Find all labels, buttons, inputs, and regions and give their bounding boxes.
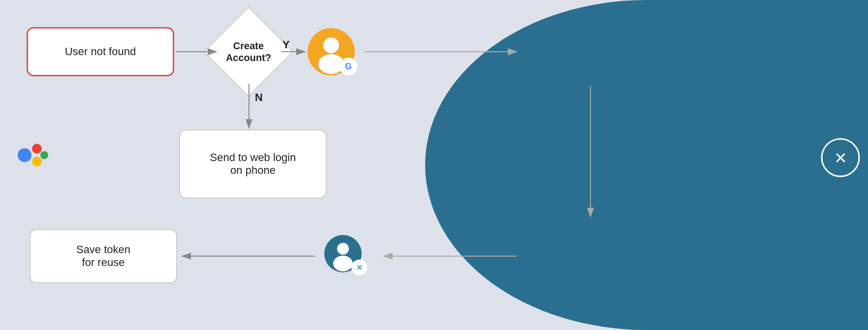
send-to-web-label: Send to web login on phone: [210, 151, 296, 177]
user-not-found-label: User not found: [65, 45, 136, 58]
svg-point-14: [18, 148, 31, 162]
save-token-node: Save token for reuse: [30, 229, 177, 283]
google-assistant-icon: [10, 133, 54, 177]
yes-label: Y: [282, 38, 290, 51]
create-account-diamond: Create Account?: [217, 20, 280, 84]
svg-text:G: G: [345, 62, 352, 71]
svg-point-17: [40, 151, 48, 159]
svg-point-20: [333, 256, 353, 271]
svg-point-16: [32, 157, 42, 166]
foodbot-right-icon: ✕: [821, 138, 860, 177]
no-text: N: [255, 91, 263, 103]
no-label: N: [255, 91, 263, 104]
svg-point-15: [32, 144, 42, 154]
user-not-found-node: User not found: [27, 27, 174, 76]
google-user-icon: G: [304, 25, 358, 79]
svg-point-10: [323, 37, 339, 53]
svg-text:✕: ✕: [356, 264, 363, 272]
background-right: [425, 0, 868, 330]
send-to-web-node: Send to web login on phone: [179, 130, 327, 198]
foodbot-user-icon: ✕: [317, 234, 372, 278]
yes-text: Y: [282, 38, 290, 51]
diamond-label: Create Account?: [217, 40, 279, 64]
svg-point-19: [337, 243, 349, 255]
svg-text:✕: ✕: [834, 149, 847, 167]
save-token-label: Save token for reuse: [76, 243, 130, 269]
